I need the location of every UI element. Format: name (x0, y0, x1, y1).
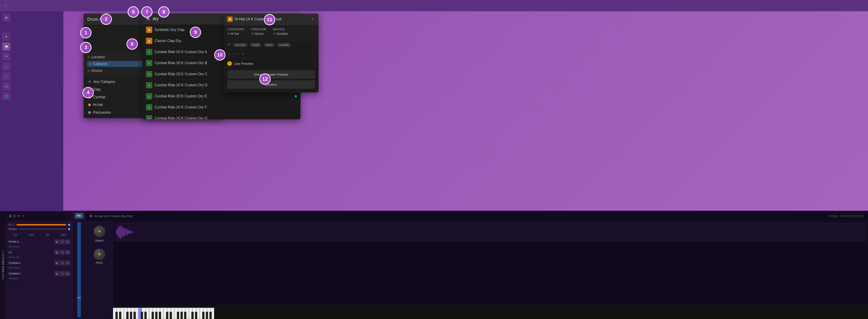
tag-metallic[interactable]: metallic (277, 42, 291, 47)
sidebar-icon-grid[interactable]: ⊞ (2, 13, 10, 22)
track-2-s[interactable]: S (60, 250, 65, 255)
key-cs4[interactable] (191, 312, 194, 319)
filter-category-label: Category (93, 62, 108, 66)
piano-keyboard[interactable] (113, 306, 868, 319)
key-cs3[interactable] (166, 312, 168, 319)
key-cs[interactable] (116, 312, 118, 319)
track-3-play[interactable]: ▶ (55, 260, 59, 265)
result-cymbal-ride-e[interactable]: ▦ Cymbal Ride 20 K Custom Dry E (142, 91, 301, 102)
key-fs[interactable] (126, 312, 129, 319)
track-4-m[interactable]: M (65, 271, 70, 276)
track-row-2: A1 ▶ S M (8, 250, 70, 255)
key-as2[interactable] (159, 312, 161, 319)
sidebar-icon-text[interactable]: Aa (2, 82, 10, 90)
track-2-play[interactable]: ▶ (55, 250, 59, 255)
detail-header: ▦ Hi-Hat 14 K Custom Dry Foot × (224, 13, 318, 25)
track-item-2: A1 ▶ S M Snare AS... (7, 249, 72, 259)
key-ds3[interactable] (170, 312, 172, 319)
rating-circle-1[interactable]: ○ (233, 52, 236, 56)
wbar-13 (127, 228, 127, 236)
key-fs3[interactable] (177, 312, 179, 319)
tag-clean[interactable]: clean (264, 42, 275, 47)
volume-fader[interactable] (77, 222, 81, 317)
pitch-knob[interactable] (94, 249, 105, 260)
zone-params-label: ZONE PARAMETERS (829, 214, 864, 218)
wbar-9 (123, 227, 124, 237)
rating-plus[interactable]: + (242, 52, 244, 56)
sidebar-icon-drum[interactable]: 🥁 (2, 42, 10, 51)
daw-vertical-labels: PROJECT ASM KIT 1 ASM kit 1 (0, 211, 7, 319)
track-3-m[interactable]: M (65, 260, 70, 265)
track-1-play[interactable]: ▶ (55, 239, 59, 244)
track-2-m[interactable]: M (65, 250, 70, 255)
track-item-1: Hi-Hat A... ▶ S M Percussio... (7, 238, 72, 249)
key-gs3[interactable] (181, 312, 183, 319)
track-1-m[interactable]: M (65, 239, 70, 244)
rating-star[interactable]: ☆ (227, 51, 231, 57)
wbar-1 (116, 230, 117, 233)
wbar-10 (124, 228, 125, 236)
key-cs2[interactable] (141, 312, 143, 319)
waveform-bars (115, 223, 866, 241)
result-icon-ride-b: ▦ (146, 60, 152, 66)
sidebar-icon-photo2[interactable]: ▭ (2, 72, 10, 81)
wbar-5 (120, 227, 120, 238)
meta-col-creator: Creator ✳ Genys (251, 28, 267, 35)
result-dot-e (294, 95, 297, 97)
tag-acoustic[interactable]: acoustic (233, 42, 248, 47)
meta-col-category: Category ✳ Hi-hat (227, 28, 244, 35)
sidebar-icon-star[interactable]: ✦ (2, 33, 10, 41)
track-3-s[interactable]: S (60, 260, 65, 265)
wbar-19 (132, 231, 133, 233)
any-category-asterisk: ✳ (88, 79, 91, 84)
key-as[interactable] (133, 312, 136, 319)
key-ds2[interactable] (144, 312, 147, 319)
master-slider[interactable] (20, 228, 66, 230)
cymbal-dot (88, 96, 91, 98)
detail-panel: ▦ Hi-Hat 14 K Custom Dry Foot × Category… (224, 13, 318, 92)
confirm-button[interactable]: Confirm (227, 81, 315, 89)
key-gs2[interactable] (155, 312, 157, 319)
tag-bright[interactable]: bright (250, 42, 262, 47)
sidebar-icon-photo[interactable]: ▭ (2, 62, 10, 70)
wbar-6 (120, 225, 121, 239)
show-sampler-presets-button[interactable]: Show Sampler Presets (227, 70, 315, 78)
wbar-14 (128, 229, 128, 235)
result-icon-ride-e: ▦ (146, 93, 152, 99)
daw-bottom: PROJECT ASM KIT 1 ASM kit 1 ♛ ☰ ⟳ ✕ FX 1… (0, 211, 868, 319)
result-cymbal-ride-g[interactable]: ▦ Cymbal Ride 20 K Custom Dry G (142, 113, 301, 119)
wbar-15 (129, 230, 129, 234)
result-label-ride-b: Cymbal Ride 20 K Custom Dry B (155, 61, 207, 65)
key-fs4[interactable] (202, 312, 205, 319)
fx-button-label: FX (77, 214, 81, 218)
result-cymbal-ride-f[interactable]: ▦ Cymbal Ride 20 K Custom Dry F (142, 102, 301, 113)
sidebar-icon-person[interactable]: 👤 (2, 92, 10, 100)
key-ds[interactable] (119, 312, 121, 319)
crown-icon: ♛ (8, 214, 12, 218)
zone-content: Select Pitch (86, 221, 868, 319)
detail-close-button[interactable]: × (310, 16, 315, 22)
key-gs[interactable] (130, 312, 132, 319)
select-label: Select (95, 239, 104, 243)
rating-circle-2[interactable]: ○ (238, 52, 240, 56)
select-knob[interactable] (94, 226, 105, 237)
key-as4[interactable] (210, 312, 212, 319)
track-4-s[interactable]: S (60, 271, 65, 276)
sidebar-icon-wave[interactable]: 〜 (2, 53, 10, 61)
track-4-play[interactable]: ▶ (55, 271, 59, 276)
key-gs4[interactable] (206, 312, 208, 319)
track-1-s[interactable]: S (60, 239, 65, 244)
wbar-20 (133, 231, 134, 232)
waveform-view (115, 223, 866, 241)
fx-button[interactable]: FX (74, 213, 84, 219)
zone-color-dot (90, 215, 92, 217)
live-preview-label: Live Preview (234, 62, 253, 65)
pitch-knob-inner (98, 254, 100, 255)
browser-title: Drum Hits (87, 17, 107, 22)
key-fs2[interactable] (152, 312, 154, 319)
fx1-slider[interactable] (17, 224, 66, 225)
key-as3[interactable] (184, 312, 186, 319)
result-icon-ride-g: ▦ (146, 115, 152, 119)
track-3-sub: Percussio... (8, 266, 70, 269)
key-ds4[interactable] (195, 312, 197, 319)
